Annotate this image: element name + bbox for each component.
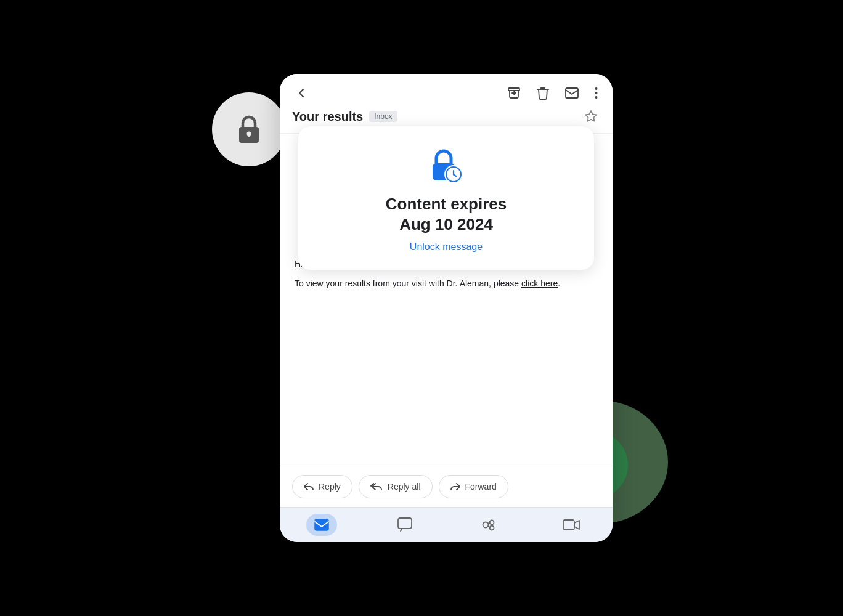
svg-rect-2 <box>248 134 250 137</box>
nav-spaces[interactable] <box>473 514 503 536</box>
expiry-icon <box>426 146 466 185</box>
email-card: Your results Inbox <box>280 74 613 542</box>
forward-label: Forward <box>465 482 497 492</box>
unlock-message-link[interactable]: Unlock message <box>410 241 483 253</box>
nav-mail[interactable] <box>306 514 337 536</box>
svg-point-8 <box>595 87 598 90</box>
svg-rect-15 <box>398 518 412 529</box>
forward-button[interactable]: Forward <box>439 475 508 498</box>
expiry-title: Content expires Aug 10 2024 <box>386 194 507 234</box>
email-paragraph: To view your results from your visit wit… <box>295 277 598 290</box>
svg-rect-7 <box>566 88 578 98</box>
reply-all-label: Reply all <box>388 482 421 492</box>
reply-all-button[interactable]: Reply all <box>359 475 433 498</box>
nav-chat[interactable] <box>389 514 420 536</box>
archive-button[interactable] <box>505 84 523 102</box>
expiry-overlay: Content expires Aug 10 2024 Unlock messa… <box>298 126 594 270</box>
lock-icon <box>234 113 264 145</box>
lock-circle-decoration <box>212 92 286 166</box>
reply-bar: Reply Reply all Forward <box>280 466 613 507</box>
back-button[interactable] <box>292 84 311 102</box>
svg-point-16 <box>483 522 488 528</box>
click-here-link[interactable]: click here <box>521 278 558 288</box>
inbox-badge: Inbox <box>369 111 397 122</box>
svg-rect-6 <box>508 88 519 91</box>
reply-label: Reply <box>319 482 341 492</box>
mark-unread-button[interactable] <box>563 85 581 101</box>
svg-rect-19 <box>563 520 574 530</box>
delete-button[interactable] <box>534 84 552 102</box>
email-subject: Your results <box>292 110 363 124</box>
nav-meet[interactable] <box>556 514 587 536</box>
subject-row: Your results Inbox <box>292 107 600 126</box>
svg-rect-14 <box>315 519 328 530</box>
bottom-nav <box>280 507 613 542</box>
star-button[interactable] <box>582 107 600 126</box>
email-toolbar <box>292 84 600 102</box>
more-options-button[interactable] <box>592 84 600 102</box>
email-header: Your results Inbox <box>280 74 613 134</box>
reply-button[interactable]: Reply <box>292 475 352 498</box>
svg-point-9 <box>595 92 598 94</box>
svg-point-10 <box>595 96 598 99</box>
